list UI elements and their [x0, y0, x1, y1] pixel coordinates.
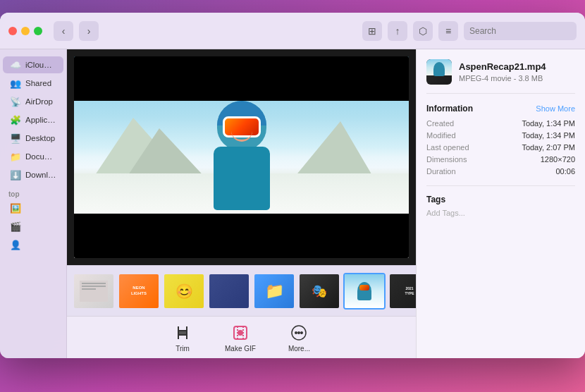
svg-point-9	[298, 331, 300, 333]
svg-point-6	[238, 330, 243, 336]
movie-icon: 🎬	[10, 221, 21, 232]
thumb-content-3	[209, 274, 249, 308]
sidebar-item-shared[interactable]: 👥 Shared	[3, 75, 63, 92]
svg-rect-2	[82, 286, 106, 287]
minimize-button[interactable]	[21, 27, 30, 35]
arrange-button[interactable]: ≡	[438, 21, 458, 41]
sidebar-item-movie[interactable]: 🎬	[3, 218, 63, 235]
sidebar-item-people[interactable]: 👤	[3, 236, 63, 253]
file-icon	[426, 59, 452, 85]
main-content: ☁️ iCloud Drive 👥 Shared 📡 AirDrop 🧩 App…	[0, 49, 585, 358]
sidebar-item-desktop[interactable]: 🖥️ Desktop	[3, 130, 63, 147]
more-label: More...	[288, 345, 310, 353]
share-button[interactable]: ↑	[388, 21, 407, 41]
info-value-lastopened: Today, 2:07 PM	[522, 143, 575, 152]
info-value-modified: Today, 1:34 PM	[522, 131, 575, 140]
downloads-icon: ⬇️	[10, 169, 21, 180]
video-preview[interactable]	[67, 49, 416, 265]
info-key-duration: Duration	[426, 167, 456, 176]
info-row-lastopened: Last opened Today, 2:07 PM	[426, 143, 575, 152]
sidebar-item-desktop-label: Desktop	[25, 134, 55, 142]
video-scene	[74, 56, 409, 258]
sidebar-item-image[interactable]: 🖼️	[3, 200, 63, 216]
info-row-dimensions: Dimensions 1280×720	[426, 155, 575, 164]
more-button[interactable]: More...	[283, 320, 316, 355]
svg-rect-4	[178, 331, 187, 335]
icloud-icon: ☁️	[10, 59, 21, 71]
sidebar-item-icloud-label: iCloud Drive	[25, 61, 56, 69]
quicklook-window: ‹ › ⊞ ↑ ⬡ ≡ ☁️ iCloud Drive 👥 Shared 📡 A…	[0, 13, 585, 358]
tags-section: Tags Add Tags...	[426, 185, 575, 217]
show-more-button[interactable]: Show More	[536, 104, 575, 113]
makegif-button[interactable]: Make GIF	[219, 320, 261, 355]
sidebar-item-documents[interactable]: 📁 Documents	[3, 148, 63, 165]
image-icon: 🖼️	[10, 202, 21, 214]
thumbnail-4[interactable]: 📁	[253, 273, 295, 310]
desktop-icon: 🖥️	[10, 133, 21, 144]
back-button[interactable]: ‹	[54, 21, 73, 41]
thumbnail-0[interactable]	[73, 273, 115, 310]
maximize-button[interactable]	[34, 27, 42, 35]
tag-button[interactable]: ⬡	[413, 21, 433, 41]
file-name-block: AspenRecap21.mp4 MPEG-4 movie - 3.8 MB	[459, 61, 546, 83]
video-letterbox-top	[74, 56, 409, 101]
info-value-duration: 00:06	[555, 167, 575, 176]
person-smile	[231, 131, 252, 142]
makegif-icon	[230, 323, 250, 343]
thumbnail-2[interactable]: 😊	[163, 273, 205, 310]
add-tags-placeholder[interactable]: Add Tags...	[426, 209, 575, 217]
sidebar-item-applications-label: Applications	[25, 116, 56, 124]
svg-rect-1	[82, 283, 106, 284]
thumb-content-6	[345, 274, 384, 308]
close-button[interactable]	[8, 27, 17, 35]
action-bar: Trim Make GIF	[67, 316, 416, 358]
svg-point-8	[295, 331, 297, 333]
sidebar-item-airdrop[interactable]: 📡 AirDrop	[3, 93, 63, 110]
trim-icon	[173, 323, 192, 343]
thumb-content-5: 🎭	[300, 274, 339, 308]
thumbnail-5[interactable]: 🎭	[298, 273, 340, 310]
info-value-dimensions: 1280×720	[541, 155, 575, 164]
file-icon-image	[426, 59, 452, 85]
search-input[interactable]	[464, 22, 577, 40]
thumbnail-7[interactable]: 2021TYPE	[388, 273, 416, 310]
applications-icon: 🧩	[10, 114, 21, 125]
sidebar-item-downloads[interactable]: ⬇️ Downloads	[3, 166, 63, 183]
thumbnail-1[interactable]: NEONLIGHTS	[118, 273, 160, 310]
video-container	[74, 56, 409, 258]
person-figure	[199, 101, 284, 228]
thumbnail-6[interactable]	[343, 273, 386, 310]
window-controls	[8, 27, 42, 35]
svg-rect-3	[82, 288, 96, 290]
trim-button[interactable]: Trim	[167, 320, 198, 355]
sidebar-item-documents-label: Documents	[25, 152, 56, 161]
file-size: 3.8 MB	[518, 74, 543, 82]
toolbar: ‹ › ⊞ ↑ ⬡ ≡	[0, 13, 585, 49]
thumb-content-2: 😊	[164, 274, 204, 308]
mountain-3	[291, 121, 376, 181]
sidebar-item-icloud[interactable]: ☁️ iCloud Drive	[3, 56, 63, 73]
thumb-content-4: 📁	[254, 274, 294, 308]
info-key-dimensions: Dimensions	[426, 155, 467, 164]
info-row-duration: Duration 00:06	[426, 167, 575, 176]
file-meta: MPEG-4 movie - 3.8 MB	[459, 74, 546, 82]
info-section-header: Information Show More	[426, 104, 575, 114]
svg-point-10	[301, 331, 302, 333]
makegif-label: Make GIF	[225, 345, 256, 353]
person-body	[214, 147, 270, 210]
people-icon: 👤	[10, 239, 21, 250]
info-key-lastopened: Last opened	[426, 143, 469, 152]
sidebar-item-downloads-label: Downloads	[25, 171, 56, 179]
thumb-content-1: NEONLIGHTS	[119, 274, 159, 308]
sidebar: ☁️ iCloud Drive 👥 Shared 📡 AirDrop 🧩 App…	[0, 49, 67, 358]
airdrop-icon: 📡	[10, 96, 21, 107]
top-label: top	[0, 190, 66, 198]
sidebar-item-applications[interactable]: 🧩 Applications	[3, 111, 63, 128]
forward-button[interactable]: ›	[79, 21, 99, 41]
trim-label: Trim	[176, 345, 190, 353]
view-toggle-button[interactable]: ⊞	[362, 21, 382, 41]
thumbnail-3[interactable]	[208, 273, 250, 310]
info-panel: AspenRecap21.mp4 MPEG-4 movie - 3.8 MB I…	[416, 49, 585, 358]
more-icon	[289, 323, 309, 343]
file-name: AspenRecap21.mp4	[459, 61, 546, 73]
